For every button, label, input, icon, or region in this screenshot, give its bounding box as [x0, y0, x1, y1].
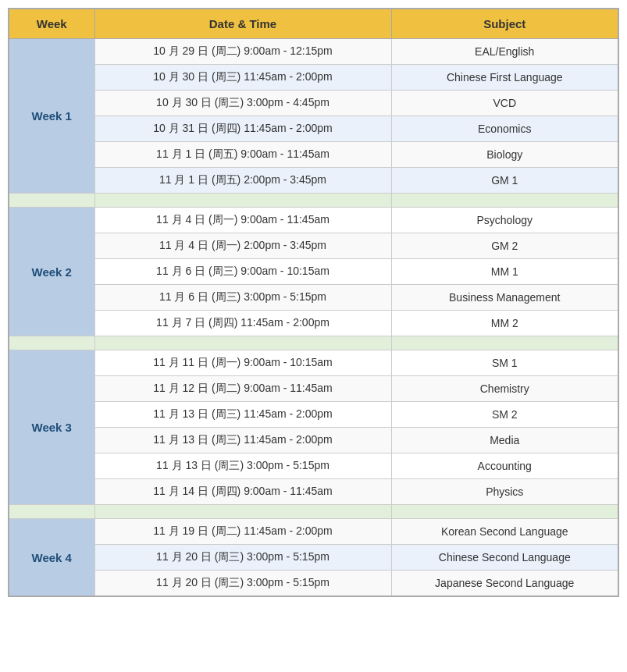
subject-cell: MM 1: [391, 259, 618, 285]
subject-cell: Economics: [391, 116, 618, 142]
subject-cell: SM 1: [391, 350, 618, 376]
date-cell: 11 月 7 日 (周四) 11:45am - 2:00pm: [94, 311, 391, 336]
date-cell: 11 月 13 日 (周三) 11:45am - 2:00pm: [94, 402, 391, 428]
spacer-cell: [9, 505, 94, 519]
week-label-1: Week 1: [9, 39, 94, 194]
date-cell: 11 月 1 日 (周五) 2:00pm - 3:45pm: [94, 168, 391, 194]
spacer-cell: [391, 194, 618, 208]
week-label-3: Week 3: [9, 350, 94, 505]
subject-cell: MM 2: [391, 311, 618, 336]
date-cell: 11 月 6 日 (周三) 3:00pm - 5:15pm: [94, 285, 391, 311]
subject-cell: Japanese Second Language: [391, 571, 618, 597]
subject-cell: Biology: [391, 142, 618, 168]
week-label-2: Week 2: [9, 208, 94, 336]
date-cell: 11 月 6 日 (周三) 9:00am - 10:15am: [94, 259, 391, 285]
date-cell: 11 月 4 日 (周一) 2:00pm - 3:45pm: [94, 233, 391, 259]
date-cell: 11 月 20 日 (周三) 3:00pm - 5:15pm: [94, 571, 391, 597]
subject-cell: Media: [391, 428, 618, 453]
schedule-table: Week Date & Time Subject Week 110 月 29 日…: [8, 8, 619, 597]
spacer-cell: [9, 336, 94, 350]
subject-cell: EAL/English: [391, 39, 618, 65]
subject-cell: Physics: [391, 479, 618, 505]
date-cell: 11 月 13 日 (周三) 3:00pm - 5:15pm: [94, 453, 391, 479]
header-subject: Subject: [391, 9, 618, 39]
subject-cell: Chemistry: [391, 376, 618, 402]
date-cell: 10 月 31 日 (周四) 11:45am - 2:00pm: [94, 116, 391, 142]
subject-cell: Chinese Second Language: [391, 545, 618, 571]
subject-cell: VCD: [391, 91, 618, 116]
subject-cell: Chinese First Language: [391, 65, 618, 91]
date-cell: 11 月 13 日 (周三) 11:45am - 2:00pm: [94, 428, 391, 453]
spacer-cell: [391, 505, 618, 519]
date-cell: 11 月 11 日 (周一) 9:00am - 10:15am: [94, 350, 391, 376]
subject-cell: GM 2: [391, 233, 618, 259]
subject-cell: SM 2: [391, 402, 618, 428]
week-label-4: Week 4: [9, 519, 94, 597]
spacer-cell: [94, 194, 391, 208]
spacer-cell: [9, 194, 94, 208]
date-cell: 10 月 30 日 (周三) 11:45am - 2:00pm: [94, 65, 391, 91]
date-cell: 11 月 4 日 (周一) 9:00am - 11:45am: [94, 208, 391, 233]
subject-cell: Accounting: [391, 453, 618, 479]
spacer-cell: [391, 336, 618, 350]
subject-cell: Psychology: [391, 208, 618, 233]
date-cell: 11 月 1 日 (周五) 9:00am - 11:45am: [94, 142, 391, 168]
subject-cell: Korean Second Language: [391, 519, 618, 545]
spacer-cell: [94, 505, 391, 519]
date-cell: 10 月 29 日 (周二) 9:00am - 12:15pm: [94, 39, 391, 65]
spacer-cell: [94, 336, 391, 350]
subject-cell: GM 1: [391, 168, 618, 194]
date-cell: 11 月 19 日 (周二) 11:45am - 2:00pm: [94, 519, 391, 545]
date-cell: 11 月 20 日 (周三) 3:00pm - 5:15pm: [94, 545, 391, 571]
date-cell: 11 月 14 日 (周四) 9:00am - 11:45am: [94, 479, 391, 505]
date-cell: 10 月 30 日 (周三) 3:00pm - 4:45pm: [94, 91, 391, 116]
subject-cell: Business Management: [391, 285, 618, 311]
date-cell: 11 月 12 日 (周二) 9:00am - 11:45am: [94, 376, 391, 402]
header-week: Week: [9, 9, 94, 39]
header-date-time: Date & Time: [94, 9, 391, 39]
